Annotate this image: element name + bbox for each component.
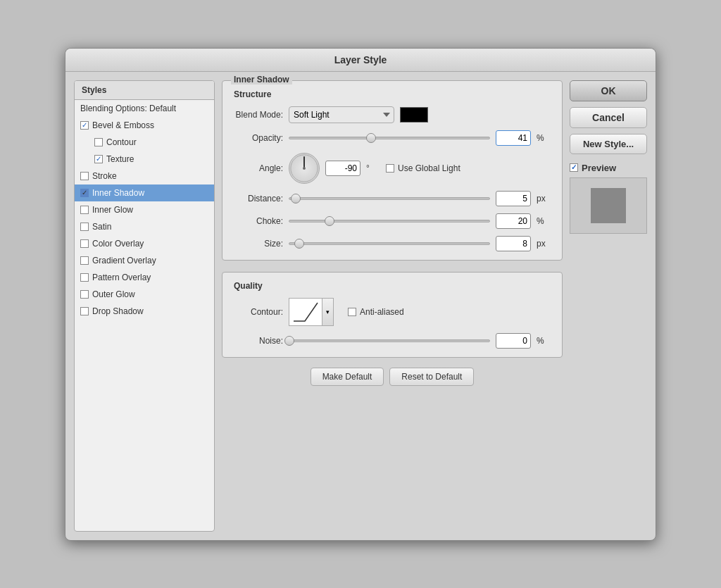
global-light-label: Use Global Light	[398, 163, 460, 173]
contour-checkbox[interactable]	[94, 138, 103, 146]
contour-picker[interactable]	[289, 298, 322, 326]
preview-square	[591, 188, 626, 223]
inner-shadow-checkbox[interactable]	[80, 189, 89, 197]
distance-track	[289, 197, 490, 200]
satin-checkbox[interactable]	[80, 223, 89, 231]
structure-subtitle: Structure	[234, 89, 551, 99]
opacity-row: Opacity: %	[234, 130, 551, 146]
outer-glow-label: Outer Glow	[92, 289, 135, 299]
sidebar-item-color-overlay[interactable]: Color Overlay	[75, 235, 214, 252]
color-overlay-checkbox[interactable]	[80, 239, 89, 248]
noise-unit: %	[537, 336, 551, 346]
contour-dropdown-arrow[interactable]: ▾	[322, 298, 334, 326]
choke-slider[interactable]	[289, 215, 490, 227]
noise-thumb[interactable]	[284, 336, 294, 346]
sidebar-item-contour[interactable]: Contour	[75, 134, 214, 151]
choke-thumb[interactable]	[325, 216, 334, 226]
sidebar-item-blending-options[interactable]: Blending Options: Default	[75, 100, 214, 117]
choke-row: Choke: %	[234, 213, 551, 229]
inner-shadow-label: Inner Shadow	[92, 188, 144, 198]
stroke-checkbox[interactable]	[80, 172, 89, 180]
layer-style-dialog: Layer Style Styles Blending Options: Def…	[65, 48, 656, 541]
sidebar-item-bevel-emboss[interactable]: Bevel & Emboss	[75, 117, 214, 134]
blending-options-label: Blending Options: Default	[80, 104, 176, 113]
global-light-checkbox[interactable]	[386, 164, 394, 173]
reset-to-default-button[interactable]: Reset to Default	[389, 368, 474, 386]
gradient-overlay-label: Gradient Overlay	[92, 256, 156, 265]
color-overlay-label: Color Overlay	[92, 239, 144, 249]
action-buttons: Make Default Reset to Default	[222, 368, 563, 386]
sidebar-item-texture[interactable]: Texture	[75, 151, 214, 168]
cancel-button[interactable]: Cancel	[570, 107, 647, 128]
opacity-unit: %	[537, 133, 551, 143]
inner-shadow-section: Inner Shadow Structure Blend Mode: Soft …	[222, 80, 563, 261]
angle-dial[interactable]	[289, 153, 320, 184]
blend-mode-select[interactable]: Soft Light Normal Multiply Screen Overla…	[289, 106, 394, 123]
size-slider[interactable]	[289, 238, 490, 249]
inner-shadow-section-title: Inner Shadow	[231, 75, 292, 85]
outer-glow-checkbox[interactable]	[80, 290, 89, 299]
sidebar-item-satin[interactable]: Satin	[75, 218, 214, 235]
inner-glow-label: Inner Glow	[92, 205, 133, 215]
bevel-emboss-checkbox[interactable]	[80, 121, 89, 130]
sidebar-item-inner-glow[interactable]: Inner Glow	[75, 201, 214, 218]
drop-shadow-label: Drop Shadow	[92, 306, 144, 316]
drop-shadow-checkbox[interactable]	[80, 307, 89, 315]
noise-track	[289, 339, 490, 342]
distance-unit: px	[537, 194, 551, 204]
sidebar-item-drop-shadow[interactable]: Drop Shadow	[75, 303, 214, 320]
bevel-emboss-label: Bevel & Emboss	[92, 120, 154, 130]
anti-aliased-checkbox[interactable]	[348, 308, 356, 316]
angle-row: Angle: °	[234, 153, 551, 184]
sidebar-item-stroke[interactable]: Stroke	[75, 168, 214, 184]
size-thumb[interactable]	[294, 239, 304, 249]
left-panel: Styles Blending Options: Default Bevel &…	[74, 80, 215, 532]
preview-text: Preview	[582, 163, 616, 173]
sidebar-item-gradient-overlay[interactable]: Gradient Overlay	[75, 252, 214, 269]
contour-preview-svg	[292, 301, 319, 323]
choke-input[interactable]	[496, 213, 531, 229]
right-panel: OK Cancel New Style... Preview	[570, 80, 647, 532]
opacity-thumb[interactable]	[366, 133, 376, 143]
svg-point-2	[303, 167, 306, 170]
sidebar-item-outer-glow[interactable]: Outer Glow	[75, 286, 214, 303]
gradient-overlay-checkbox[interactable]	[80, 256, 89, 265]
noise-label: Noise:	[234, 336, 283, 346]
anti-aliased-label: Anti-aliased	[360, 307, 404, 317]
texture-checkbox[interactable]	[94, 155, 103, 163]
pattern-overlay-label: Pattern Overlay	[92, 273, 151, 282]
ok-button[interactable]: OK	[570, 80, 647, 101]
size-input[interactable]	[496, 236, 531, 251]
blend-color-swatch[interactable]	[400, 107, 428, 123]
quality-section: Quality Contour: ▾	[222, 272, 563, 358]
make-default-button[interactable]: Make Default	[311, 368, 384, 386]
preview-checkbox[interactable]	[570, 163, 578, 172]
distance-label: Distance:	[234, 194, 283, 204]
use-global-light[interactable]: Use Global Light	[386, 163, 460, 173]
contour-row: Contour: ▾ Anti-aliased	[234, 298, 551, 326]
pattern-overlay-checkbox[interactable]	[80, 273, 89, 282]
angle-input[interactable]	[325, 161, 360, 176]
stroke-label: Stroke	[92, 171, 117, 181]
opacity-input[interactable]	[496, 130, 531, 146]
quality-subtitle: Quality	[234, 281, 551, 291]
contour-label: Contour:	[234, 307, 283, 317]
opacity-slider[interactable]	[289, 132, 490, 144]
distance-slider[interactable]	[289, 193, 490, 204]
distance-thumb[interactable]	[291, 194, 301, 204]
choke-label: Choke:	[234, 216, 283, 226]
angle-dial-svg	[289, 153, 319, 184]
satin-label: Satin	[92, 222, 111, 232]
preview-box	[570, 177, 647, 234]
sidebar-item-pattern-overlay[interactable]: Pattern Overlay	[75, 269, 214, 286]
inner-glow-checkbox[interactable]	[80, 206, 89, 214]
blend-mode-row: Blend Mode: Soft Light Normal Multiply S…	[234, 106, 551, 123]
preview-section: Preview	[570, 163, 647, 234]
noise-slider[interactable]	[289, 335, 490, 346]
distance-input[interactable]	[496, 191, 531, 206]
choke-unit: %	[537, 216, 551, 226]
anti-aliased-row: Anti-aliased	[348, 307, 404, 317]
sidebar-item-inner-shadow[interactable]: Inner Shadow	[75, 184, 214, 201]
new-style-button[interactable]: New Style...	[570, 134, 647, 154]
noise-input[interactable]	[496, 333, 531, 349]
